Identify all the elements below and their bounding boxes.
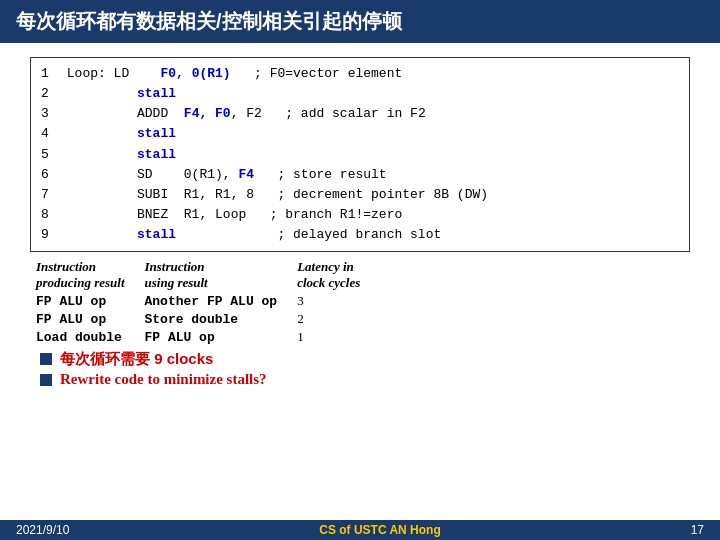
line-num: 2 xyxy=(41,84,59,104)
code-line-4: 4 stall xyxy=(41,124,679,144)
page-title: 每次循环都有数据相关/控制相关引起的停顿 xyxy=(0,0,720,43)
footer-bar: 2021/9/10 CS of USTC AN Hong 17 xyxy=(0,520,720,540)
line-num: 8 xyxy=(41,205,59,225)
bullet-icon xyxy=(40,353,52,365)
table-row: FP ALU op Store double 2 xyxy=(36,310,380,328)
table-row: Load double FP ALU op 1 xyxy=(36,328,380,346)
bullet-icon xyxy=(40,374,52,386)
line-num: 9 xyxy=(41,225,59,245)
code-line-2: 2 stall xyxy=(41,84,679,104)
line-num: 7 xyxy=(41,185,59,205)
table-cell: Load double xyxy=(36,328,145,346)
bullet-text-1: 每次循环需要 9 clocks xyxy=(60,350,213,369)
table-cell: Another FP ALU op xyxy=(145,292,298,310)
code-line-7: 7 SUBI R1, R1, 8 ; decrement pointer 8B … xyxy=(41,185,679,205)
footer-date: 2021/9/10 xyxy=(16,523,69,537)
line-num: 4 xyxy=(41,124,59,144)
table-header-latency: Latency inclock cycles xyxy=(297,258,380,292)
table-cell: Store double xyxy=(145,310,298,328)
table-cell: FP ALU op xyxy=(145,328,298,346)
line-num: 3 xyxy=(41,104,59,124)
table-cell-latency: 3 xyxy=(297,292,380,310)
code-line-6: 6 SD 0(R1), F4 ; store result xyxy=(41,165,679,185)
table-header-instruction-using: Instructionusing result xyxy=(145,258,298,292)
code-line-8: 8 BNEZ R1, Loop ; branch R1!=zero xyxy=(41,205,679,225)
code-line-5: 5 stall xyxy=(41,145,679,165)
line-num: 1 xyxy=(41,64,59,84)
code-line-1: 1 Loop: LD F0, 0(R1) ; F0=vector element xyxy=(41,64,679,84)
bullet-item-1: 每次循环需要 9 clocks xyxy=(40,350,690,369)
table-row: FP ALU op Another FP ALU op 3 xyxy=(36,292,380,310)
line-num: 6 xyxy=(41,165,59,185)
table-header-instruction-producing: Instructionproducing result xyxy=(36,258,145,292)
bullet-item-2: Rewrite code to minimize stalls? xyxy=(40,371,690,388)
latency-table: Instructionproducing result Instructionu… xyxy=(36,258,690,346)
table-cell: FP ALU op xyxy=(36,292,145,310)
table-cell-latency: 2 xyxy=(297,310,380,328)
table-cell: FP ALU op xyxy=(36,310,145,328)
bullet-text-2: Rewrite code to minimize stalls? xyxy=(60,371,267,388)
table-cell-latency: 1 xyxy=(297,328,380,346)
footer-center: CS of USTC AN Hong xyxy=(319,523,441,537)
bullet-list: 每次循环需要 9 clocks Rewrite code to minimize… xyxy=(40,350,690,388)
main-content: 1 Loop: LD F0, 0(R1) ; F0=vector element… xyxy=(0,43,720,394)
footer-page: 17 xyxy=(691,523,704,537)
code-box: 1 Loop: LD F0, 0(R1) ; F0=vector element… xyxy=(30,57,690,252)
code-line-3: 3 ADDD F4, F0, F2 ; add scalar in F2 xyxy=(41,104,679,124)
code-line-9: 9 stall ; delayed branch slot xyxy=(41,225,679,245)
line-num: 5 xyxy=(41,145,59,165)
